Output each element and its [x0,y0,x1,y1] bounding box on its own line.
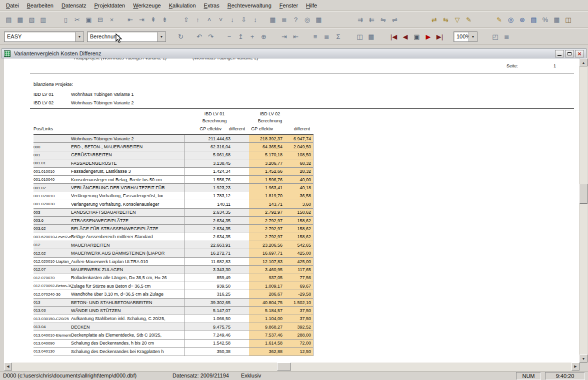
statistics-icon[interactable]: ▦ [551,14,562,25]
structure-icon[interactable]: ≣ [321,31,332,42]
edit-icon[interactable]: ✎ [494,14,505,25]
append-position-icon[interactable]: ⊕ [258,31,270,42]
import-report-icon[interactable]: ⇇ [366,14,378,25]
find-record-icon[interactable]: ⊚ [516,14,528,25]
grid-icon[interactable]: ▦ [366,31,377,42]
cell-pos: 001.010040 [34,176,71,183]
cut-icon[interactable]: ✂ [72,14,83,25]
level-up-icon[interactable]: ⇞ [148,14,159,25]
horizontal-scroll-thumb[interactable] [277,363,291,371]
prev-page-icon[interactable]: ◀ [400,31,411,42]
add-position-icon[interactable]: + [246,31,258,42]
move-down-icon[interactable]: ↓ [226,14,238,25]
scroll-left-icon[interactable]: ◀ [4,363,12,371]
zoom-document-icon[interactable]: ◎ [505,14,516,25]
restore-button[interactable] [565,50,574,57]
table-row: 003.620010-Level2-n.n.Beläge Aussenberei… [34,233,314,241]
column-different-lv01: different [225,126,245,131]
filter-icon[interactable]: ▽ [452,14,463,25]
menu-item-fenster[interactable]: Fenster [276,1,302,10]
menu-item-datei[interactable]: Datei [2,1,23,10]
menu-item-projektdaten[interactable]: Projektdaten [90,1,129,10]
scroll-down-icon[interactable]: ▼ [580,355,588,363]
play-icon[interactable]: ▶ [422,31,434,42]
undo-icon[interactable]: ↶ [194,31,205,42]
help-icon[interactable]: ? [290,14,302,25]
form-icon[interactable]: ▤ [3,14,14,25]
delete-icon[interactable]: × [106,14,118,25]
move-up-icon[interactable]: ↑ [192,14,204,25]
percent-icon[interactable]: % [540,14,551,25]
redo-icon[interactable]: ↷ [205,31,216,42]
project-name: Wohnhaus Tübingen Variante 2 [71,100,134,105]
menu-item-kalkulation[interactable]: Kalkulation [165,1,200,10]
table-row: 000ERD-, BETON-, MAUERARBEITEN62.316,046… [34,143,314,151]
indent-level-icon[interactable]: ⇥ [136,14,148,25]
calculator-icon[interactable]: ▦ [267,14,278,25]
minimize-button[interactable] [555,50,564,57]
view-combobox-value: Berechnung [88,32,157,41]
close-button[interactable]: × [575,50,584,57]
status-clock: 9:40:20 [545,372,585,380]
export-report-icon[interactable]: ⇉ [354,14,366,25]
menu-item-extras[interactable]: Extras [200,1,224,10]
collapse-icon[interactable]: ˄ [204,14,215,25]
exit-icon[interactable]: ◫ [562,14,574,25]
close-preview-icon[interactable]: ◰ [490,31,501,42]
vertical-scrollbar[interactable]: ▲ ▼ [580,58,588,363]
shift-right-icon[interactable]: ⇥ [278,31,290,42]
cell-d2: 69,67 [284,282,314,290]
search-icon[interactable]: ◎ [302,14,313,25]
last-page-icon[interactable]: ▶| [434,31,446,42]
cell-desc: LANDSCHAFTSBAUARBEITEN [71,209,184,216]
chart-icon[interactable]: ◫ [354,31,366,42]
print-preview-icon[interactable]: ≣ [278,14,290,25]
chevron-down-icon[interactable]: ▼ [75,32,84,41]
profile-combobox[interactable]: EASY ▼ [4,31,84,42]
transfer-icon[interactable]: ⇋ [378,14,389,25]
catalog-icon[interactable]: ▤ [528,14,540,25]
first-page-icon[interactable]: |◀ [388,31,400,42]
data-mask-icon[interactable]: ▦ [14,14,26,25]
view-combobox[interactable]: Berechnung ▼ [87,31,166,42]
menu-item-bearbeiten[interactable]: Bearbeiten [23,1,58,10]
move-first-icon[interactable]: ⇧ [180,14,192,25]
layout-columns-icon[interactable]: ▥ [38,14,49,25]
outdent-level-icon[interactable]: ⇤ [124,14,136,25]
menu-item-hilfe[interactable]: Hilfe [302,1,321,10]
copy-icon[interactable]: ▣ [83,14,94,25]
remove-position-icon[interactable]: − [224,31,235,42]
chevron-down-icon[interactable]: ▼ [468,32,477,41]
picture-icon[interactable]: ▧ [26,14,38,25]
scroll-right-icon[interactable]: ▶ [572,363,580,371]
horizontal-scrollbar[interactable]: ◀ ▶ [4,363,580,371]
sort-icon[interactable]: ↕ [250,14,261,25]
zoom-combobox[interactable]: 100% ▼ [454,31,478,42]
menu-item-datensatz[interactable]: Datensatz [58,1,90,10]
sum-icon[interactable]: Σ [332,31,344,42]
vertical-scroll-thumb[interactable] [580,184,588,204]
menu-item-werkzeuge[interactable]: Werkzeuge [129,1,164,10]
list-icon[interactable]: ≡ [310,31,321,42]
print-icon[interactable]: ≣ [501,31,512,42]
annotate-icon[interactable]: ✎ [463,14,474,25]
jump-forward-icon[interactable]: ⇆ [440,14,452,25]
toolbar-icon-groups: ↻↶↷−↥+⊕⇥⇤≡≣Σ◫▦|◀◀▣▶▶| [169,31,446,42]
shift-left-icon[interactable]: ⇤ [290,31,302,42]
move-last-icon[interactable]: ⇩ [238,14,250,25]
chevron-down-icon[interactable]: ▼ [157,32,166,41]
level-down-icon[interactable]: ⇟ [159,14,170,25]
insert-position-icon[interactable]: ↥ [235,31,246,42]
jump-back-icon[interactable]: ⇄ [428,14,440,25]
new-position-icon[interactable]: ▯ [60,14,72,25]
scroll-up-icon[interactable]: ▲ [580,58,588,66]
cell-pos: 013.030150-C20/25 [34,315,71,323]
paste-icon[interactable]: ⊟ [94,14,106,25]
copy-pages-icon[interactable]: ▣ [411,31,422,42]
expand-icon[interactable]: ˅ [215,14,226,25]
refresh-icon[interactable]: ↻ [175,31,186,42]
table-icon[interactable]: ▦ [313,14,324,25]
menu-item-rechteverwaltung[interactable]: Rechteverwaltung [224,1,276,10]
document-titlebar[interactable]: Variantenvergleich Kosten Differenz × [2,48,586,58]
sync-icon[interactable]: ⇌ [389,14,400,25]
